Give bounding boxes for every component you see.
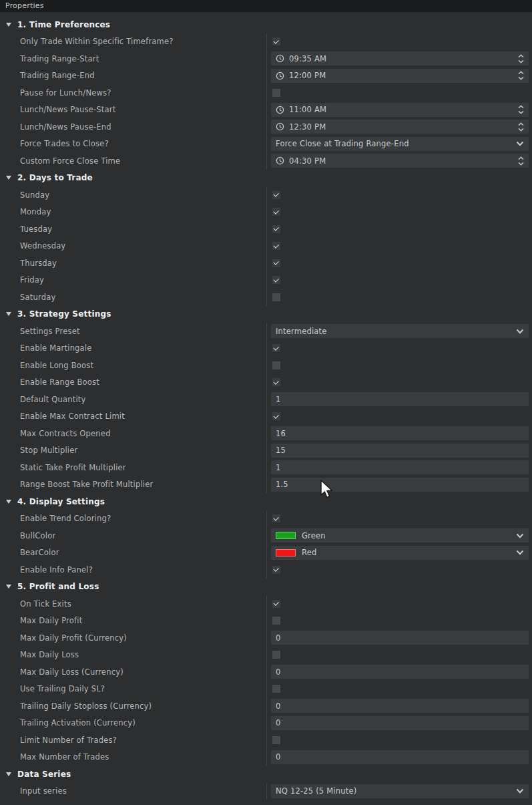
- spinner-up-button[interactable]: [518, 70, 524, 75]
- spinner-up-button[interactable]: [518, 122, 524, 127]
- bullcolor-color-select-field[interactable]: Green: [271, 528, 529, 542]
- property-row-trading-range-end: Trading Range-End12:00 PM: [0, 67, 532, 85]
- input-series-select-field[interactable]: NQ 12-25 (5 Minute): [271, 784, 529, 798]
- limit-number-of-trades-checkbox[interactable]: [272, 736, 280, 744]
- stop-multiplier-input-field[interactable]: 15: [271, 444, 529, 458]
- bearcolor-color-select-field[interactable]: Red: [271, 546, 529, 560]
- property-value-cell: [266, 238, 532, 255]
- trading-range-end-time-field[interactable]: 12:00 PM: [271, 69, 529, 83]
- enable-info-panel-checkbox[interactable]: [272, 566, 280, 574]
- collapse-triangle-icon: [6, 176, 11, 180]
- on-tick-exits-checkbox[interactable]: [272, 600, 280, 608]
- section-header-4-display-settings[interactable]: 4. Display Settings: [0, 493, 532, 510]
- property-label: Saturday: [0, 289, 266, 306]
- max-daily-profit-checkbox[interactable]: [272, 617, 280, 625]
- saturday-checkbox[interactable]: [272, 293, 280, 301]
- lunch-news-pause-end-time-field[interactable]: 12:30 PM: [271, 120, 529, 134]
- chevron-up-icon: [518, 71, 524, 75]
- property-row-trailing-activation-currency: Trailing Activation (Currency)0: [0, 715, 532, 732]
- section-header-1-time-preferences[interactable]: 1. Time Preferences: [0, 16, 532, 33]
- lunch-news-pause-start-time-field[interactable]: 11:00 AM: [271, 103, 529, 117]
- property-value-cell: 16: [266, 425, 532, 442]
- spinner-down-button[interactable]: [518, 127, 524, 132]
- trading-range-start-time-field[interactable]: 09:35 AM: [271, 51, 529, 65]
- property-label: Trailing Activation (Currency): [0, 715, 266, 732]
- clock-icon: [276, 122, 284, 131]
- section-header-3-strategy-settings[interactable]: 3. Strategy Settings: [0, 306, 532, 323]
- section-title: 3. Strategy Settings: [17, 309, 111, 319]
- custom-force-close-time-time-field[interactable]: 04:30 PM: [271, 154, 529, 168]
- spinner-down-button[interactable]: [518, 75, 524, 81]
- sunday-checkbox[interactable]: [272, 191, 280, 199]
- property-label: Wednesday: [0, 238, 266, 255]
- collapse-triangle-icon: [6, 772, 11, 776]
- time-spinner: [518, 53, 524, 64]
- chevron-down-icon: [516, 550, 524, 555]
- max-daily-loss-currency-input-field[interactable]: 0: [271, 665, 529, 679]
- spinner-down-button[interactable]: [518, 59, 524, 64]
- property-value-cell: [266, 33, 532, 51]
- property-value-cell: [266, 561, 532, 579]
- property-row-static-take-profit-multiplier: Static Take Profit Multiplier1: [0, 459, 532, 476]
- spinner-up-button[interactable]: [518, 156, 524, 161]
- checkmark-icon: [273, 515, 278, 520]
- field-value: 11:00 AM: [289, 105, 515, 114]
- property-label: Use Trailing Daily SL?: [0, 681, 266, 698]
- property-value-cell: [266, 204, 532, 221]
- property-label: Friday: [0, 272, 266, 289]
- enable-long-boost-checkbox[interactable]: [272, 361, 280, 369]
- only-trade-within-specific-timeframe-checkbox[interactable]: [272, 37, 280, 45]
- section-title: Data Series: [17, 770, 71, 779]
- section-header-data-series[interactable]: Data Series: [0, 766, 532, 783]
- property-label: Max Number of Trades: [0, 749, 266, 766]
- section-header-5-profit-and-loss[interactable]: 5. Profit and Loss: [0, 579, 532, 596]
- max-daily-profit-currency-input-field[interactable]: 0: [271, 631, 529, 645]
- chevron-down-icon: [516, 533, 524, 538]
- field-value: 1: [276, 463, 524, 472]
- spinner-up-button[interactable]: [518, 53, 524, 59]
- section-header-2-days-to-trade[interactable]: 2. Days to Trade: [0, 170, 532, 187]
- property-value-cell: NQ 12-25 (5 Minute): [266, 783, 532, 800]
- spinner-down-button[interactable]: [518, 110, 524, 115]
- tuesday-checkbox[interactable]: [272, 225, 280, 233]
- chevron-up-icon: [518, 156, 524, 160]
- max-number-of-trades-input-field[interactable]: 0: [271, 750, 529, 764]
- trailing-activation-currency-input-field[interactable]: 0: [271, 716, 529, 730]
- spinner-down-button[interactable]: [518, 161, 524, 166]
- enable-max-contract-limit-checkbox[interactable]: [272, 412, 280, 420]
- property-row-lunch-news-pause-end: Lunch/News Pause-End12:30 PM: [0, 118, 532, 136]
- trailing-daily-stoploss-currency-input-field[interactable]: 0: [271, 699, 529, 713]
- property-row-enable-max-contract-limit: Enable Max Contract Limit: [0, 408, 532, 426]
- settings-preset-select-field[interactable]: Intermediate: [271, 324, 529, 338]
- property-value-cell: [266, 595, 532, 613]
- max-contracts-opened-input-field[interactable]: 16: [271, 426, 529, 440]
- wednesday-checkbox[interactable]: [272, 242, 280, 250]
- friday-checkbox[interactable]: [272, 276, 280, 284]
- field-value: 1.5: [276, 480, 524, 489]
- pause-for-lunch-news-checkbox[interactable]: [272, 89, 280, 97]
- checkmark-icon: [273, 413, 278, 418]
- max-daily-loss-checkbox[interactable]: [272, 651, 280, 659]
- use-trailing-daily-sl-checkbox[interactable]: [272, 685, 280, 693]
- spinner-up-button[interactable]: [518, 104, 524, 110]
- red-color-swatch: [276, 549, 296, 556]
- enable-range-boost-checkbox[interactable]: [272, 378, 280, 386]
- chevron-down-icon: [518, 128, 524, 132]
- thursday-checkbox[interactable]: [272, 259, 280, 267]
- enable-martingale-checkbox[interactable]: [272, 344, 280, 352]
- chevron-down-icon: [518, 110, 524, 114]
- enable-trend-coloring-checkbox[interactable]: [272, 514, 280, 522]
- property-label: Enable Max Contract Limit: [0, 408, 266, 426]
- force-trades-to-close-select-field[interactable]: Force Close at Trading Range-End: [271, 137, 529, 151]
- chevron-up-icon: [518, 105, 524, 109]
- range-boost-take-profit-multiplier-input-field[interactable]: 1.5: [271, 478, 529, 492]
- chevron-up-icon: [518, 122, 524, 126]
- property-row-friday: Friday: [0, 272, 532, 289]
- property-row-only-trade-within-specific-timeframe: Only Trade Within Specific Timeframe?: [0, 33, 532, 51]
- property-row-tuesday: Tuesday: [0, 220, 532, 238]
- default-quantity-input-field[interactable]: 1: [271, 392, 529, 406]
- monday-checkbox[interactable]: [272, 208, 280, 216]
- property-row-max-number-of-trades: Max Number of Trades0: [0, 749, 532, 766]
- static-take-profit-multiplier-input-field[interactable]: 1: [271, 460, 529, 474]
- property-label: Enable Martingale: [0, 340, 266, 357]
